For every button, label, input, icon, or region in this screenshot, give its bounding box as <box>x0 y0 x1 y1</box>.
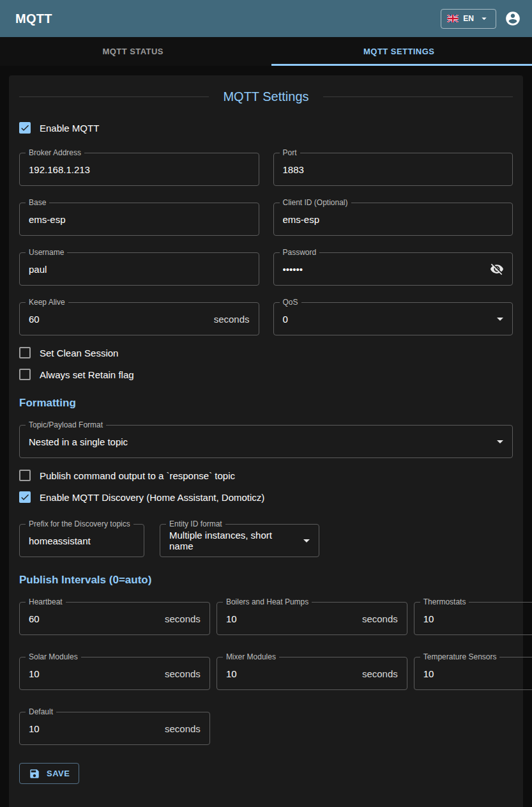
app-title: MQTT <box>15 12 52 26</box>
default-interval-input[interactable] <box>20 712 165 744</box>
username-field: Username <box>19 252 259 286</box>
password-input[interactable] <box>274 253 486 285</box>
save-icon <box>29 768 40 780</box>
password-field: Password <box>273 252 513 286</box>
topic-format-label: Topic/Payload Format <box>26 421 106 429</box>
chevron-down-icon <box>478 13 490 24</box>
dropdown-arrow-icon <box>492 311 508 327</box>
uk-flag-icon <box>447 15 459 22</box>
enable-mqtt-checkbox <box>19 122 31 134</box>
heartbeat-input[interactable] <box>20 603 165 634</box>
retain-flag-checkbox <box>19 369 31 380</box>
connection-fields-grid: Broker Address Port Base Client ID (Opti… <box>19 153 513 335</box>
temperature-sensors-input[interactable] <box>414 657 532 689</box>
check-icon <box>20 492 30 502</box>
app-bar: MQTT EN <box>0 0 532 37</box>
keep-alive-label: Keep Alive <box>26 298 68 307</box>
divider-line-right <box>323 96 513 97</box>
default-interval-suffix: seconds <box>165 723 209 734</box>
title-divider: MQTT Settings <box>19 89 513 104</box>
save-button[interactable]: SAVE <box>19 763 79 784</box>
discovery-prefix-input[interactable] <box>20 525 144 557</box>
heartbeat-field: Heartbeat seconds <box>19 602 210 635</box>
grid-empty-cell <box>414 712 532 745</box>
tab-mqtt-settings[interactable]: MQTT SETTINGS <box>266 37 532 66</box>
language-selector-button[interactable]: EN <box>441 9 496 29</box>
thermostats-input[interactable] <box>414 603 532 634</box>
broker-address-input[interactable] <box>20 153 259 185</box>
qos-label: QoS <box>280 298 301 307</box>
default-interval-label: Default <box>26 708 56 716</box>
mixer-modules-field: Mixer Modules seconds <box>217 657 407 690</box>
port-input[interactable] <box>274 153 513 185</box>
clean-session-checkbox-row[interactable]: Set Clean Session <box>19 347 118 358</box>
mqtt-discovery-checkbox-row[interactable]: Enable MQTT Discovery (Home Assistant, D… <box>19 491 264 503</box>
tab-mqtt-status[interactable]: MQTT STATUS <box>0 37 266 66</box>
solar-modules-suffix: seconds <box>165 668 209 679</box>
grid-empty-cell <box>217 712 407 745</box>
thermostats-field: Thermostats seconds <box>414 602 532 635</box>
account-button[interactable] <box>504 10 522 27</box>
thermostats-label: Thermostats <box>420 598 469 606</box>
account-circle-icon <box>505 10 521 27</box>
qos-select[interactable]: QoS 0 <box>273 302 513 335</box>
client-id-label: Client ID (Optional) <box>280 199 351 207</box>
mixer-modules-input[interactable] <box>217 657 362 689</box>
port-label: Port <box>280 149 300 157</box>
clean-session-checkbox <box>19 347 31 358</box>
divider-line-left <box>19 96 209 97</box>
entity-format-label: Entity ID format <box>166 520 225 528</box>
formatting-heading: Formatting <box>19 397 513 410</box>
language-label: EN <box>463 14 474 23</box>
mixer-modules-label: Mixer Modules <box>223 653 279 661</box>
entity-format-select[interactable]: Entity ID format Multiple instances, sho… <box>160 524 319 557</box>
enable-mqtt-label: Enable MQTT <box>40 123 99 134</box>
broker-address-label: Broker Address <box>26 149 84 157</box>
boilers-label: Boilers and Heat Pumps <box>223 598 312 606</box>
base-label: Base <box>26 199 49 207</box>
dropdown-arrow-icon <box>492 434 508 449</box>
heartbeat-suffix: seconds <box>165 613 209 624</box>
solar-modules-label: Solar Modules <box>26 653 81 661</box>
solar-modules-input[interactable] <box>20 657 165 689</box>
clean-session-label: Set Clean Session <box>40 348 118 358</box>
discovery-prefix-label: Prefix for the Discovery topics <box>26 520 133 528</box>
port-field: Port <box>273 153 513 186</box>
retain-flag-label: Always set Retain flag <box>40 369 134 380</box>
mixer-modules-suffix: seconds <box>362 668 407 679</box>
password-label: Password <box>280 249 320 257</box>
publish-intervals-heading: Publish Intervals (0=auto) <box>19 574 513 587</box>
boilers-suffix: seconds <box>362 613 407 624</box>
publish-response-checkbox <box>19 470 31 481</box>
discovery-fields-row: Prefix for the Discovery topics Entity I… <box>19 524 513 557</box>
check-icon <box>20 123 30 133</box>
default-interval-field: Default seconds <box>19 712 210 745</box>
retain-flag-checkbox-row[interactable]: Always set Retain flag <box>19 369 134 380</box>
temperature-sensors-label: Temperature Sensors <box>420 653 500 661</box>
mqtt-discovery-label: Enable MQTT Discovery (Home Assistant, D… <box>40 492 264 503</box>
discovery-prefix-field: Prefix for the Discovery topics <box>19 524 144 557</box>
mqtt-discovery-checkbox <box>19 491 31 503</box>
toggle-password-visibility-button[interactable] <box>485 257 508 281</box>
heartbeat-label: Heartbeat <box>26 598 66 606</box>
dropdown-arrow-icon <box>299 533 314 548</box>
qos-value: 0 <box>274 314 493 325</box>
settings-card: MQTT Settings Enable MQTT Broker Address… <box>9 75 523 807</box>
topic-format-select[interactable]: Topic/Payload Format Nested in a single … <box>19 425 513 458</box>
publish-response-checkbox-row[interactable]: Publish command output to a `response` t… <box>19 470 235 481</box>
tab-bar: MQTT STATUS MQTT SETTINGS <box>0 37 532 66</box>
solar-modules-field: Solar Modules seconds <box>19 657 210 690</box>
base-field: Base <box>19 203 259 236</box>
boilers-input[interactable] <box>217 603 362 634</box>
client-id-input[interactable] <box>274 203 513 235</box>
save-button-label: SAVE <box>47 769 70 778</box>
base-input[interactable] <box>20 203 259 235</box>
topic-format-value: Nested in a single topic <box>20 436 492 447</box>
entity-format-value: Multiple instances, short name <box>160 530 299 551</box>
publish-response-label: Publish command output to a `response` t… <box>40 470 235 481</box>
keep-alive-input[interactable] <box>20 303 214 335</box>
keep-alive-field: Keep Alive seconds <box>19 302 259 335</box>
page-title: MQTT Settings <box>218 89 314 104</box>
username-input[interactable] <box>20 253 259 285</box>
enable-mqtt-checkbox-row[interactable]: Enable MQTT <box>19 122 99 134</box>
